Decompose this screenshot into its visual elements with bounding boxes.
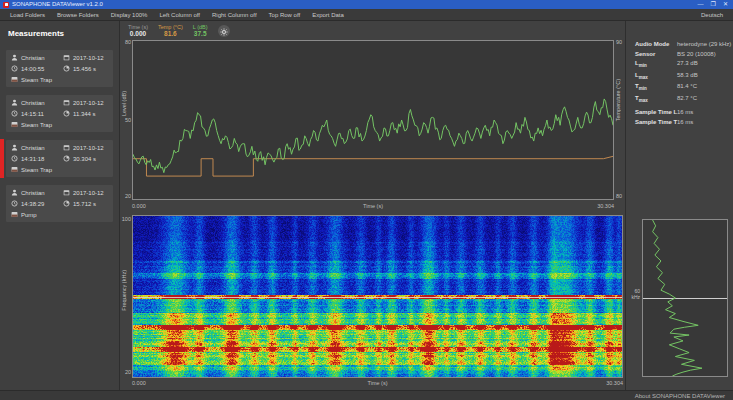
info-value: 16 ms — [677, 119, 693, 125]
tag-icon — [11, 121, 18, 128]
level-temperature-chart[interactable] — [132, 40, 614, 200]
measurement-field-text: 2017-10-12 — [73, 190, 104, 196]
time-readout: Time (s) 0.000 — [128, 24, 148, 38]
user-icon — [11, 189, 18, 196]
chart-settings-button[interactable] — [218, 25, 230, 37]
level-axis-label: Level (dB) — [121, 91, 127, 116]
about-link[interactable]: About SONAPHONE DATAViewer — [635, 393, 725, 399]
minimize-button[interactable]: — — [698, 0, 704, 9]
gear-icon — [220, 22, 228, 40]
frequency-marker-label: 60 kHz — [626, 289, 640, 300]
level-readout-value: 37.5 — [194, 30, 207, 37]
measurement-field: 2017-10-12 — [63, 54, 109, 61]
menu-item-top-row-off[interactable]: Top Row off — [269, 12, 301, 18]
freq-axis-tick-100: 100 — [120, 216, 131, 222]
right-column: Audio Modeheterodyne (29 kHz)SensorBS 20… — [625, 21, 733, 390]
info-label: Lmin — [635, 60, 677, 68]
menu-item-display-100-[interactable]: Display 100% — [111, 12, 148, 18]
measurement-item[interactable]: Christian2017-10-1214:00:5515.456 sSteam… — [6, 50, 113, 87]
info-row: Lmin27.3 dB — [635, 60, 729, 68]
measurement-field: 14:15:11 — [11, 110, 63, 117]
info-row: Sample Time L16 ms — [635, 109, 729, 115]
measurement-field: Steam Trap — [11, 76, 109, 83]
spectrogram-chart[interactable] — [132, 215, 623, 378]
info-rows: Audio Modeheterodyne (29 kHz)SensorBS 20… — [635, 41, 729, 125]
info-row: Tmin81.4 °C — [635, 83, 729, 91]
measurement-field: Steam Trap — [11, 166, 109, 173]
menu-item-export-data[interactable]: Export Data — [312, 12, 344, 18]
level-temperature-canvas[interactable] — [133, 41, 613, 199]
close-button[interactable]: ✕ — [723, 0, 728, 9]
measurement-field-text: Christian — [21, 190, 45, 196]
clock-icon — [11, 200, 18, 207]
tag-icon — [11, 76, 18, 83]
time-readout-value: 0.000 — [130, 30, 146, 37]
menu-item-browse-folders[interactable]: Browse Folders — [57, 12, 99, 18]
language-toggle-button[interactable]: Deutsch — [701, 12, 733, 18]
info-value: heterodyne (29 kHz) — [677, 41, 731, 47]
window-controls: — ❐ ✕ — [698, 0, 730, 9]
measurement-item[interactable]: Christian2017-10-1214:31:1830.304 sSteam… — [6, 140, 113, 177]
measurement-field-text: Christian — [21, 55, 45, 61]
measurement-field: 11.344 s — [63, 110, 109, 117]
measurement-field: 30.304 s — [63, 155, 109, 162]
marker-unit: kHz — [626, 295, 640, 301]
measurement-field-text: 30.304 s — [73, 156, 96, 162]
clock-icon — [11, 110, 18, 117]
app-logo-icon — [3, 2, 9, 8]
measurement-field: 15.456 s — [63, 65, 109, 72]
info-value: 16 ms — [677, 109, 693, 115]
info-value: BS 20 (10008) — [677, 51, 716, 57]
tag-icon — [11, 211, 18, 218]
calendar-icon — [63, 99, 70, 106]
tag-icon — [11, 166, 18, 173]
maximize-button[interactable]: ❐ — [711, 0, 716, 9]
measurement-field-text: Steam Trap — [21, 122, 52, 128]
measurement-field-text: 15.712 s — [73, 201, 96, 207]
measurement-item[interactable]: Christian2017-10-1214:38:2915.712 sPump — [6, 185, 113, 222]
stopwatch-icon — [63, 65, 70, 72]
measurement-field: 2017-10-12 — [63, 99, 109, 106]
readout-bar: Time (s) 0.000 Temp (°C) 81.6 L (dB) 37.… — [120, 21, 230, 40]
info-value: 81.4 °C — [677, 83, 697, 91]
spectrum-profile-canvas[interactable] — [643, 220, 727, 376]
menu-item-left-column-off[interactable]: Left Column off — [159, 12, 200, 18]
level-xaxis-title: Time (s) — [132, 203, 614, 209]
info-label: Audio Mode — [635, 41, 677, 47]
user-icon — [11, 99, 18, 106]
user-icon — [11, 144, 18, 151]
info-label: Sample Time T — [635, 119, 677, 125]
measurement-field-text: 14:15:11 — [21, 111, 44, 117]
measurement-item[interactable]: Christian2017-10-1214:15:1111.344 sSteam… — [6, 95, 113, 132]
info-label: Tmin — [635, 83, 677, 91]
calendar-icon — [63, 189, 70, 196]
level-axis-tick-80: 80 — [120, 39, 131, 45]
measurement-field-text: 15.456 s — [73, 66, 96, 72]
measurement-list: Christian2017-10-1214:00:5515.456 sSteam… — [0, 50, 119, 222]
measurement-field-text: 14:38:29 — [21, 201, 44, 207]
level-xaxis-max: 30.304 — [597, 203, 614, 209]
info-row: Audio Modeheterodyne (29 kHz) — [635, 41, 729, 47]
freq-axis-tick-20: 20 — [120, 369, 131, 375]
measurement-field-text: 2017-10-12 — [73, 100, 104, 106]
spectrogram-canvas[interactable] — [133, 216, 622, 377]
measurement-field-text: Steam Trap — [21, 167, 52, 173]
measurement-field: Steam Trap — [11, 121, 109, 128]
measurement-field: Christian — [11, 99, 63, 106]
temp-axis-label: Temperature (°C) — [615, 79, 621, 121]
level-axis-tick-50: 50 — [120, 117, 131, 123]
menubar: Load FoldersBrowse FoldersDisplay 100%Le… — [0, 9, 733, 21]
measurement-field: 14:38:29 — [11, 200, 63, 207]
spectrum-profile-chart[interactable] — [642, 219, 728, 377]
temp-axis-tick-90: 90 — [616, 39, 628, 45]
measurement-field-text: 14:31:18 — [21, 156, 44, 162]
stopwatch-icon — [63, 155, 70, 162]
spectrogram-xaxis-title: Time (s) — [132, 380, 623, 386]
menu-item-load-folders[interactable]: Load Folders — [10, 12, 45, 18]
measurement-field: 14:00:55 — [11, 65, 63, 72]
measurement-field: Christian — [11, 54, 63, 61]
measurement-field: 14:31:18 — [11, 155, 63, 162]
spectrogram-xaxis-max: 30.304 — [606, 380, 623, 386]
menu-item-right-column-off[interactable]: Right Column off — [212, 12, 257, 18]
freq-axis-label: Frequency (kHz) — [121, 270, 127, 311]
